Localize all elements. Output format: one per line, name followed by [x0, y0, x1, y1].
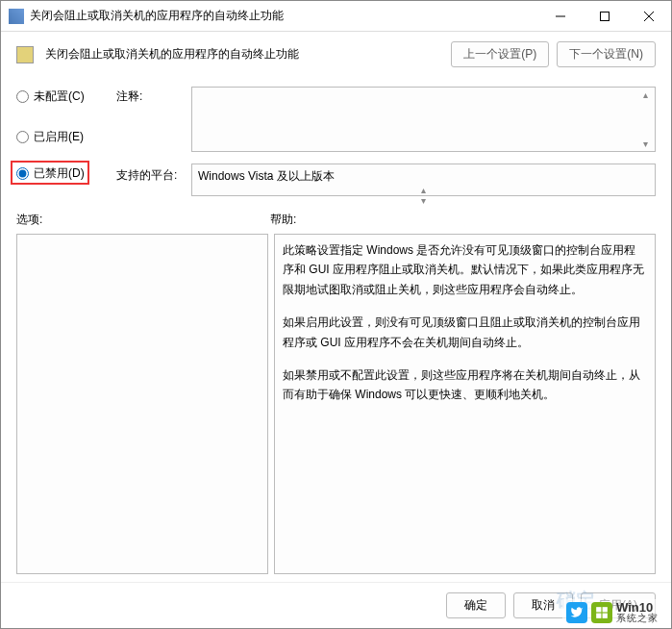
radio-enabled-wrap: 已启用(E) — [16, 128, 109, 152]
scroll-down-icon[interactable]: ▾ — [637, 138, 653, 149]
titlebar: 关闭会阻止或取消关机的应用程序的自动终止功能 — [1, 1, 671, 32]
section-labels: 选项: 帮助: — [16, 212, 656, 228]
radio-enabled-input[interactable] — [16, 131, 29, 143]
platform-label: 支持的平台: — [116, 164, 184, 196]
site-watermark: Win10 系统之家 — [562, 599, 662, 625]
comment-textarea[interactable]: ▴ ▾ — [191, 87, 656, 152]
help-paragraph-1: 此策略设置指定 Windows 是否允许没有可见顶级窗口的控制台应用程序和 GU… — [283, 240, 647, 299]
options-label: 选项: — [16, 212, 270, 228]
config-grid: 未配置(C) 注释: ▴ ▾ 已启用(E) — [16, 87, 656, 196]
policy-icon — [16, 46, 34, 63]
maximize-button[interactable] — [583, 1, 627, 31]
radio-not-configured-input[interactable] — [16, 90, 29, 103]
watermark-text: Win10 系统之家 — [616, 601, 659, 623]
radio-not-configured[interactable]: 未配置(C) — [16, 87, 109, 106]
main-content: 未配置(C) 注释: ▴ ▾ 已启用(E) — [1, 73, 671, 582]
svg-rect-7 — [603, 613, 608, 617]
platform-value: Windows Vista 及以上版本 — [198, 169, 335, 183]
app-icon — [9, 9, 24, 24]
ok-button[interactable]: 确定 — [446, 592, 506, 618]
svg-rect-6 — [596, 613, 601, 617]
platform-cell: Windows Vista 及以上版本 ▴ ▾ — [191, 164, 656, 196]
window-title: 关闭会阻止或取消关机的应用程序的自动终止功能 — [30, 8, 538, 24]
previous-setting-button[interactable]: 上一个设置(P) — [451, 41, 549, 67]
svg-rect-1 — [601, 12, 610, 20]
comment-label: 注释: — [116, 87, 184, 111]
window-controls — [538, 1, 671, 31]
nav-buttons: 上一个设置(P) 下一个设置(N) — [451, 41, 656, 67]
minimize-button[interactable] — [538, 1, 583, 31]
close-button[interactable] — [627, 1, 671, 31]
svg-rect-4 — [596, 607, 601, 612]
scroll-down-icon[interactable]: ▾ — [198, 195, 649, 206]
help-label: 帮助: — [270, 212, 296, 228]
platform-scrollbar[interactable]: ▴ ▾ — [198, 185, 649, 206]
radio-enabled-label: 已启用(E) — [34, 129, 84, 145]
comment-scrollbar[interactable]: ▴ ▾ — [637, 89, 653, 149]
help-panel: 此策略设置指定 Windows 是否允许没有可见顶级窗口的控制台应用程序和 GU… — [274, 234, 656, 574]
content-row: 此策略设置指定 Windows 是否允许没有可见顶级窗口的控制台应用程序和 GU… — [16, 234, 656, 574]
scroll-up-icon[interactable]: ▴ — [198, 185, 649, 195]
watermark-sub: 系统之家 — [616, 614, 659, 623]
comment-cell: ▴ ▾ — [191, 87, 656, 152]
options-panel — [16, 234, 268, 574]
platform-field: Windows Vista 及以上版本 ▴ ▾ — [191, 164, 656, 196]
radio-disabled[interactable]: 已禁用(D) — [16, 164, 109, 183]
radio-disabled-label: 已禁用(D) — [34, 165, 85, 182]
windows-logo-icon — [591, 602, 612, 623]
policy-title: 关闭会阻止或取消关机的应用程序的自动终止功能 — [41, 46, 443, 63]
radio-disabled-wrap: 已禁用(D) — [16, 164, 109, 196]
policy-editor-window: 关闭会阻止或取消关机的应用程序的自动终止功能 关闭会阻止或取消关机的应用程序的自… — [0, 0, 672, 629]
radio-not-configured-label: 未配置(C) — [34, 88, 85, 105]
help-paragraph-3: 如果禁用或不配置此设置，则这些应用程序将在关机期间自动终止，从而有助于确保 Wi… — [283, 365, 647, 405]
radio-not-configured-wrap: 未配置(C) — [16, 87, 109, 111]
next-setting-button[interactable]: 下一个设置(N) — [557, 41, 656, 67]
svg-rect-5 — [603, 607, 608, 612]
radio-disabled-input[interactable] — [16, 167, 29, 180]
scroll-up-icon[interactable]: ▴ — [637, 89, 653, 100]
header-row: 关闭会阻止或取消关机的应用程序的自动终止功能 上一个设置(P) 下一个设置(N) — [1, 32, 671, 73]
help-paragraph-2: 如果启用此设置，则没有可见顶级窗口且阻止或取消关机的控制台应用程序或 GUI 应… — [283, 313, 647, 352]
twitter-bird-icon — [566, 602, 587, 623]
radio-enabled[interactable]: 已启用(E) — [16, 128, 109, 147]
